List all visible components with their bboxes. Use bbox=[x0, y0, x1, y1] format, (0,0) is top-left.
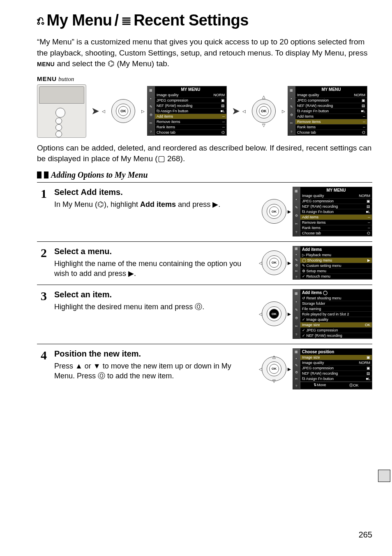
menu-button-label-line: MENU button bbox=[37, 75, 372, 83]
my-menu-icon: ⎌ bbox=[37, 14, 44, 27]
screen-row: ◯ Shooting menu▶ bbox=[300, 258, 372, 263]
right-arrow-icon: ▶ bbox=[288, 209, 291, 214]
top-screen-2: ▦•✎⚙✂? MY MENUImage qualityNORMJPEG comp… bbox=[288, 86, 367, 136]
tab-strip: ▦•✎⚙✂? bbox=[147, 86, 154, 136]
mid-paragraph: Options can be added, deleted, and reord… bbox=[37, 143, 372, 164]
screen-row: Image qualityNORM bbox=[155, 93, 226, 98]
tab-strip: ▦•✎⚙✂? bbox=[288, 86, 295, 136]
screen-row: Add items-- bbox=[295, 114, 367, 119]
step-number: 3 bbox=[37, 289, 47, 302]
screen-row: ✓ JPEG compression bbox=[300, 328, 372, 333]
step-row: 4Position the new item.Press ▲ or ▼ to m… bbox=[37, 344, 372, 394]
screen-row: Rank items-- bbox=[155, 125, 226, 130]
right-arrow-icon: ▶ bbox=[288, 366, 291, 371]
section-marker-icon bbox=[44, 171, 48, 178]
screen-title: MY MENU bbox=[295, 86, 367, 93]
screen-row: f3 Assign Fn button■L bbox=[295, 109, 367, 114]
ok-button: OK bbox=[269, 309, 279, 319]
tab-strip: ▦•✎⚙✂? bbox=[293, 187, 300, 236]
step-body: Select Add items.In My Menu (⌬), highlig… bbox=[54, 187, 254, 209]
screen-row: Image qualityNORM bbox=[300, 360, 372, 366]
right-arrow-icon: ➤ bbox=[91, 105, 99, 117]
left-arrow-icon: ◁ bbox=[259, 312, 262, 316]
page-number: 265 bbox=[359, 530, 372, 540]
ok-button: OK bbox=[269, 364, 279, 374]
right-arrow-icon: ▶ bbox=[288, 260, 291, 265]
screen-title: MY MENU bbox=[155, 86, 226, 93]
screen-row: ✓ Image quality bbox=[300, 317, 372, 322]
section-heading: Adding Options to My Menu bbox=[51, 170, 148, 180]
multi-selector: OK◁▶ bbox=[261, 301, 287, 327]
intro-paragraph: “My Menu” is a customized menu that give… bbox=[37, 37, 372, 70]
step-number: 4 bbox=[37, 348, 47, 361]
screen-row: NEF (RAW) recording▤ bbox=[300, 371, 372, 376]
top-screen-1: ▦•✎⚙✂? MY MENUImage qualityNORMJPEG comp… bbox=[147, 86, 227, 136]
step-screen: MY MENUImage qualityNORMJPEG compression… bbox=[300, 187, 372, 236]
step-body: Position the new item.Press ▲ or ▼ to mo… bbox=[54, 348, 254, 381]
step-figure: OK△▽◁▶▦•✎⚙✂?Choose positionImage size▣Im… bbox=[261, 348, 372, 389]
ok-button: OK bbox=[269, 206, 279, 216]
left-arrow-icon: ◁ bbox=[259, 260, 262, 265]
left-arrow-icon: ◁ bbox=[259, 366, 262, 371]
down-arrow-icon: ▽ bbox=[262, 123, 265, 127]
step-row: 2Select a menu.Highlight the name of the… bbox=[37, 241, 372, 285]
tab-strip: ▦•✎⚙✂? bbox=[293, 246, 300, 280]
right-arrow-icon: ➤ bbox=[232, 105, 240, 117]
step-title: Select an item. bbox=[54, 289, 251, 300]
screen-row: Choose tab⌬ bbox=[155, 130, 226, 135]
step-screen: Choose positionImage size▣Image qualityN… bbox=[300, 348, 372, 389]
ok-button: OK bbox=[269, 258, 279, 268]
screen-row: NEF (RAW) recording▤ bbox=[295, 103, 367, 109]
step-text: Highlight the name of the menu containin… bbox=[54, 259, 251, 279]
step-body: Select a menu.Highlight the name of the … bbox=[54, 246, 254, 279]
left-arrow-icon: ◁ bbox=[102, 109, 105, 113]
screen-row: Image sizeOK bbox=[300, 322, 372, 328]
step-screen: Add items▷ Playback menu◯ Shooting menu▶… bbox=[300, 246, 372, 280]
right-arrow-icon: ▶ bbox=[288, 312, 291, 316]
title-right: Recent Settings bbox=[134, 12, 249, 29]
step-text: In My Menu (⌬), highlight Add items and … bbox=[54, 199, 251, 209]
step-row: 1Select Add items.In My Menu (⌬), highli… bbox=[37, 182, 372, 241]
camera-button-2 bbox=[55, 118, 62, 124]
screen-footer: ⇅MoveⓄOK bbox=[300, 382, 372, 389]
camera-button-3 bbox=[55, 124, 62, 131]
screen-row: JPEG compression▣ bbox=[300, 366, 372, 371]
multi-selector-1: OK ◁ ▷ bbox=[104, 99, 142, 123]
screen-row: Image qualityNORM bbox=[300, 193, 372, 199]
screen-row: f3 Assign Fn button■L bbox=[300, 209, 372, 215]
step-figure: OK▶▦•✎⚙✂?MY MENUImage qualityNORMJPEG co… bbox=[261, 187, 372, 236]
screen-row: ↺ Reset shooting menu bbox=[300, 296, 372, 301]
ok-button: OK bbox=[259, 106, 269, 116]
screen-row: ▷ Playback menu bbox=[300, 253, 372, 258]
screen-row: Rank items-- bbox=[295, 125, 367, 130]
screen-row: ✓ Retouch menu bbox=[300, 274, 372, 279]
step-row: 3Select an item.Highlight the desired me… bbox=[37, 285, 372, 344]
page-title: ⎌ My Menu / ≣ Recent Settings bbox=[37, 12, 372, 29]
right-arrow-icon: ▷ bbox=[282, 109, 285, 113]
multi-selector: OK◁▶ bbox=[261, 250, 287, 276]
screen-row: NEF (RAW) recording▤ bbox=[300, 204, 372, 209]
screen-row: Image qualityNORM bbox=[295, 93, 367, 98]
step-number: 1 bbox=[37, 187, 47, 200]
screen-row: Add items-- bbox=[300, 215, 372, 220]
step-screen-wrap: ▦•✎⚙✂?MY MENUImage qualityNORMJPEG compr… bbox=[293, 187, 372, 236]
screen-row: Add items-- bbox=[155, 114, 226, 119]
camera-button-4 bbox=[55, 131, 62, 137]
multi-selector-2: OK ◁ ▷ △ ▽ bbox=[245, 99, 283, 123]
step-text: Press ▲ or ▼ to move the new item up or … bbox=[54, 361, 251, 381]
left-arrow-icon: ◁ bbox=[242, 109, 246, 113]
screen-row: NEF (RAW) recording▤ bbox=[155, 103, 226, 109]
title-separator: / bbox=[115, 12, 119, 29]
step-screen-wrap: ▦•✎⚙✂?Add items ◯↺ Reset shooting menu S… bbox=[293, 289, 372, 339]
screen-title: MY MENU bbox=[300, 187, 372, 193]
screen-row: f3 Assign Fn button■L bbox=[155, 109, 226, 114]
screen-row: JPEG compression▣ bbox=[155, 98, 226, 103]
screen-title: Add items bbox=[300, 246, 372, 253]
step-title: Select a menu. bbox=[54, 246, 251, 257]
step-body: Select an item.Highlight the desired men… bbox=[54, 289, 254, 312]
menu-word-inline: MENU bbox=[37, 61, 55, 67]
screen-row: ✓ NEF (RAW) recording bbox=[300, 333, 372, 338]
screen-row: ✎ Custom setting menu bbox=[300, 263, 372, 269]
camera-top-diagram bbox=[37, 84, 86, 138]
multi-selector: OK△▽◁▶ bbox=[261, 356, 287, 382]
